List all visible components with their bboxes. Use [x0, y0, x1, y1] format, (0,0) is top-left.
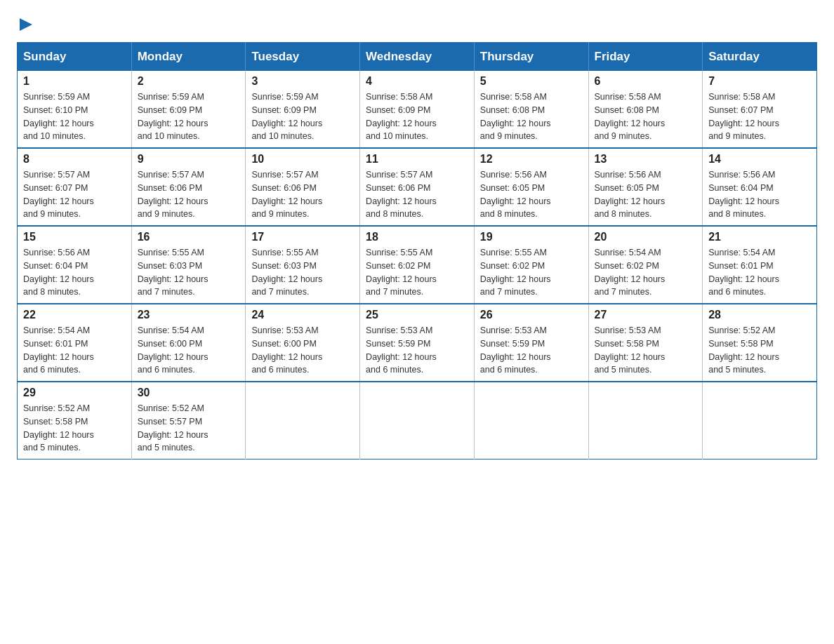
calendar-week-5: 29Sunrise: 5:52 AMSunset: 5:58 PMDayligh… — [18, 382, 817, 459]
day-info: Sunrise: 5:59 AMSunset: 6:10 PMDaylight:… — [23, 90, 126, 143]
day-number: 24 — [251, 309, 354, 321]
day-info: Sunrise: 5:56 AMSunset: 6:04 PMDaylight:… — [708, 168, 811, 221]
day-info: Sunrise: 5:52 AMSunset: 5:57 PMDaylight:… — [138, 402, 240, 455]
calendar-week-1: 1Sunrise: 5:59 AMSunset: 6:10 PMDaylight… — [18, 71, 817, 148]
day-of-week-monday: Monday — [131, 43, 246, 72]
calendar-day — [360, 382, 475, 459]
calendar-day: 5Sunrise: 5:58 AMSunset: 6:08 PMDaylight… — [474, 71, 588, 148]
calendar-day: 9Sunrise: 5:57 AMSunset: 6:06 PMDaylight… — [131, 148, 246, 226]
day-info: Sunrise: 5:58 AMSunset: 6:09 PMDaylight:… — [366, 90, 468, 143]
day-info: Sunrise: 5:57 AMSunset: 6:06 PMDaylight:… — [366, 168, 468, 221]
day-number: 14 — [708, 153, 811, 166]
day-number: 26 — [480, 309, 583, 321]
calendar-day: 2Sunrise: 5:59 AMSunset: 6:09 PMDaylight… — [131, 71, 246, 148]
calendar-day: 16Sunrise: 5:55 AMSunset: 6:03 PMDayligh… — [131, 226, 246, 304]
calendar-day: 24Sunrise: 5:53 AMSunset: 6:00 PMDayligh… — [246, 304, 360, 382]
day-number: 6 — [595, 75, 697, 88]
calendar-day: 15Sunrise: 5:56 AMSunset: 6:04 PMDayligh… — [18, 226, 132, 304]
day-number: 18 — [366, 231, 468, 243]
calendar-day: 4Sunrise: 5:58 AMSunset: 6:09 PMDaylight… — [360, 71, 475, 148]
day-number: 27 — [595, 309, 697, 321]
calendar-day — [246, 382, 360, 459]
day-number: 5 — [480, 75, 583, 88]
calendar-day: 14Sunrise: 5:56 AMSunset: 6:04 PMDayligh… — [703, 148, 817, 226]
svg-marker-0 — [20, 18, 32, 31]
day-of-week-sunday: Sunday — [18, 43, 132, 72]
day-info: Sunrise: 5:55 AMSunset: 6:03 PMDaylight:… — [251, 246, 354, 299]
day-info: Sunrise: 5:58 AMSunset: 6:08 PMDaylight:… — [595, 90, 697, 143]
day-info: Sunrise: 5:57 AMSunset: 6:07 PMDaylight:… — [23, 168, 126, 221]
logo — [17, 17, 32, 31]
day-number: 17 — [251, 231, 354, 243]
day-info: Sunrise: 5:56 AMSunset: 6:05 PMDaylight:… — [595, 168, 697, 221]
day-of-week-tuesday: Tuesday — [246, 43, 360, 72]
day-info: Sunrise: 5:55 AMSunset: 6:02 PMDaylight:… — [480, 246, 583, 299]
calendar-day — [588, 382, 703, 459]
calendar-day — [703, 382, 817, 459]
day-number: 3 — [251, 75, 354, 88]
day-info: Sunrise: 5:57 AMSunset: 6:06 PMDaylight:… — [138, 168, 240, 221]
day-number: 23 — [138, 309, 240, 321]
day-number: 2 — [138, 75, 240, 88]
day-number: 7 — [708, 75, 811, 88]
day-info: Sunrise: 5:52 AMSunset: 5:58 PMDaylight:… — [708, 324, 811, 377]
calendar-day: 7Sunrise: 5:58 AMSunset: 6:07 PMDaylight… — [703, 71, 817, 148]
day-number: 16 — [138, 231, 240, 243]
calendar-day: 12Sunrise: 5:56 AMSunset: 6:05 PMDayligh… — [474, 148, 588, 226]
day-info: Sunrise: 5:54 AMSunset: 6:02 PMDaylight:… — [595, 246, 697, 299]
day-info: Sunrise: 5:55 AMSunset: 6:03 PMDaylight:… — [138, 246, 240, 299]
calendar-day: 20Sunrise: 5:54 AMSunset: 6:02 PMDayligh… — [588, 226, 703, 304]
calendar-day: 18Sunrise: 5:55 AMSunset: 6:02 PMDayligh… — [360, 226, 475, 304]
day-info: Sunrise: 5:56 AMSunset: 6:04 PMDaylight:… — [23, 246, 126, 299]
calendar-week-2: 8Sunrise: 5:57 AMSunset: 6:07 PMDaylight… — [18, 148, 817, 226]
calendar-day: 25Sunrise: 5:53 AMSunset: 5:59 PMDayligh… — [360, 304, 475, 382]
day-info: Sunrise: 5:59 AMSunset: 6:09 PMDaylight:… — [251, 90, 354, 143]
day-number: 25 — [366, 309, 468, 321]
calendar-day: 28Sunrise: 5:52 AMSunset: 5:58 PMDayligh… — [703, 304, 817, 382]
day-number: 28 — [708, 309, 811, 321]
calendar-day: 17Sunrise: 5:55 AMSunset: 6:03 PMDayligh… — [246, 226, 360, 304]
day-number: 20 — [595, 231, 697, 243]
day-number: 13 — [595, 153, 697, 166]
day-info: Sunrise: 5:54 AMSunset: 6:01 PMDaylight:… — [23, 324, 126, 377]
calendar-body: 1Sunrise: 5:59 AMSunset: 6:10 PMDaylight… — [18, 71, 817, 459]
calendar-day: 26Sunrise: 5:53 AMSunset: 5:59 PMDayligh… — [474, 304, 588, 382]
day-info: Sunrise: 5:53 AMSunset: 5:59 PMDaylight:… — [366, 324, 468, 377]
day-info: Sunrise: 5:57 AMSunset: 6:06 PMDaylight:… — [251, 168, 354, 221]
calendar-day: 19Sunrise: 5:55 AMSunset: 6:02 PMDayligh… — [474, 226, 588, 304]
day-of-week-wednesday: Wednesday — [360, 43, 475, 72]
calendar-day: 27Sunrise: 5:53 AMSunset: 5:58 PMDayligh… — [588, 304, 703, 382]
calendar-day: 30Sunrise: 5:52 AMSunset: 5:57 PMDayligh… — [131, 382, 246, 459]
day-number: 12 — [480, 153, 583, 166]
day-info: Sunrise: 5:56 AMSunset: 6:05 PMDaylight:… — [480, 168, 583, 221]
day-number: 1 — [23, 75, 126, 88]
calendar-day: 6Sunrise: 5:58 AMSunset: 6:08 PMDaylight… — [588, 71, 703, 148]
day-number: 21 — [708, 231, 811, 243]
calendar-day: 22Sunrise: 5:54 AMSunset: 6:01 PMDayligh… — [18, 304, 132, 382]
day-info: Sunrise: 5:53 AMSunset: 5:58 PMDaylight:… — [595, 324, 697, 377]
day-number: 4 — [366, 75, 468, 88]
day-info: Sunrise: 5:52 AMSunset: 5:58 PMDaylight:… — [23, 402, 126, 455]
calendar-week-3: 15Sunrise: 5:56 AMSunset: 6:04 PMDayligh… — [18, 226, 817, 304]
calendar-table: SundayMondayTuesdayWednesdayThursdayFrid… — [17, 42, 817, 459]
day-info: Sunrise: 5:59 AMSunset: 6:09 PMDaylight:… — [138, 90, 240, 143]
day-info: Sunrise: 5:54 AMSunset: 6:00 PMDaylight:… — [138, 324, 240, 377]
logo-arrow-icon — [20, 18, 32, 31]
calendar-day — [474, 382, 588, 459]
calendar-day: 11Sunrise: 5:57 AMSunset: 6:06 PMDayligh… — [360, 148, 475, 226]
calendar-day: 10Sunrise: 5:57 AMSunset: 6:06 PMDayligh… — [246, 148, 360, 226]
day-info: Sunrise: 5:53 AMSunset: 5:59 PMDaylight:… — [480, 324, 583, 377]
calendar-week-4: 22Sunrise: 5:54 AMSunset: 6:01 PMDayligh… — [18, 304, 817, 382]
calendar-day: 13Sunrise: 5:56 AMSunset: 6:05 PMDayligh… — [588, 148, 703, 226]
day-number: 10 — [251, 153, 354, 166]
day-header-row: SundayMondayTuesdayWednesdayThursdayFrid… — [18, 43, 817, 72]
day-of-week-saturday: Saturday — [703, 43, 817, 72]
day-info: Sunrise: 5:54 AMSunset: 6:01 PMDaylight:… — [708, 246, 811, 299]
day-number: 19 — [480, 231, 583, 243]
day-of-week-friday: Friday — [588, 43, 703, 72]
calendar-header: SundayMondayTuesdayWednesdayThursdayFrid… — [18, 43, 817, 72]
day-number: 9 — [138, 153, 240, 166]
calendar-day: 8Sunrise: 5:57 AMSunset: 6:07 PMDaylight… — [18, 148, 132, 226]
calendar-day: 1Sunrise: 5:59 AMSunset: 6:10 PMDaylight… — [18, 71, 132, 148]
page-header — [17, 17, 817, 31]
